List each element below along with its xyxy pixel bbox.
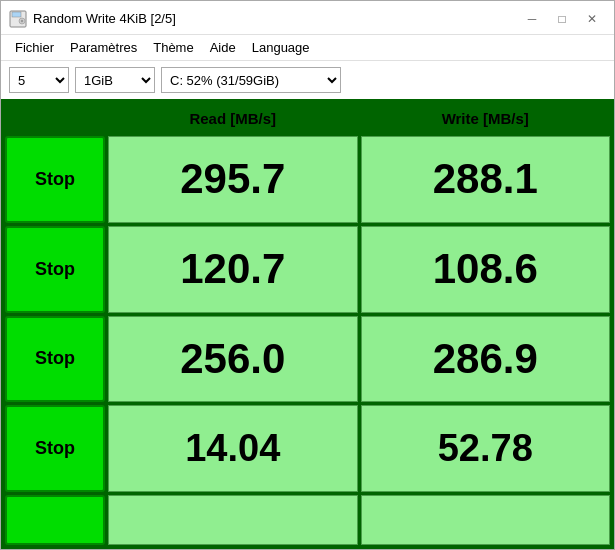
menu-bar: Fichier Paramètres Thème Aide Language [1,35,614,61]
empty-values-5 [108,495,610,545]
stop-placeholder [5,103,105,133]
data-row-1: Stop 295.7 288.1 [5,136,610,223]
toolbar: 5 1 2 3 4 6 8 1GiB 512MiB 2GiB 4GiB 8GiB… [1,61,614,99]
values-1: 295.7 288.1 [108,136,610,223]
data-row-4: Stop 14.04 52.78 [5,405,610,492]
empty-row-5 [5,495,610,545]
values-2: 120.7 108.6 [108,226,610,313]
read-header: Read [MB/s] [108,106,358,131]
column-headers: Read [MB/s] Write [MB/s] [108,106,610,131]
values-3: 256.0 286.9 [108,316,610,403]
svg-rect-1 [12,12,21,17]
values-4: 14.04 52.78 [108,405,610,492]
write-value-1: 288.1 [361,136,611,223]
stop-button-3[interactable]: Stop [5,316,105,403]
read-value-3: 256.0 [108,316,358,403]
stop-button-1[interactable]: Stop [5,136,105,223]
window-title: Random Write 4KiB [2/5] [33,11,176,26]
close-button[interactable]: ✕ [578,9,606,29]
main-window: Random Write 4KiB [2/5] ─ □ ✕ Fichier Pa… [0,0,615,550]
drive-select[interactable]: C: 52% (31/59GiB) [161,67,341,93]
maximize-button[interactable]: □ [548,9,576,29]
data-row-2: Stop 120.7 108.6 [5,226,610,313]
empty-read-5 [108,495,358,545]
title-left: Random Write 4KiB [2/5] [9,10,176,28]
file-size-select[interactable]: 1GiB 512MiB 2GiB 4GiB 8GiB [75,67,155,93]
menu-language[interactable]: Language [246,38,316,57]
read-value-1: 295.7 [108,136,358,223]
header-row: Read [MB/s] Write [MB/s] [5,103,610,133]
menu-parametres[interactable]: Paramètres [64,38,143,57]
stop-button-4[interactable]: Stop [5,405,105,492]
stop-button-2[interactable]: Stop [5,226,105,313]
menu-fichier[interactable]: Fichier [9,38,60,57]
disk-icon [9,10,27,28]
title-bar: Random Write 4KiB [2/5] ─ □ ✕ [1,1,614,35]
menu-theme[interactable]: Thème [147,38,199,57]
read-value-4: 14.04 [108,405,358,492]
data-row-3: Stop 256.0 286.9 [5,316,610,403]
write-header: Write [MB/s] [361,106,611,131]
empty-write-5 [361,495,611,545]
svg-point-3 [21,19,23,21]
title-buttons: ─ □ ✕ [518,9,606,29]
queue-depth-select[interactable]: 5 1 2 3 4 6 8 [9,67,69,93]
write-value-3: 286.9 [361,316,611,403]
benchmark-grid: Read [MB/s] Write [MB/s] Stop 295.7 288.… [1,99,614,549]
empty-stop-5 [5,495,105,545]
menu-aide[interactable]: Aide [204,38,242,57]
read-value-2: 120.7 [108,226,358,313]
minimize-button[interactable]: ─ [518,9,546,29]
write-value-2: 108.6 [361,226,611,313]
write-value-4: 52.78 [361,405,611,492]
